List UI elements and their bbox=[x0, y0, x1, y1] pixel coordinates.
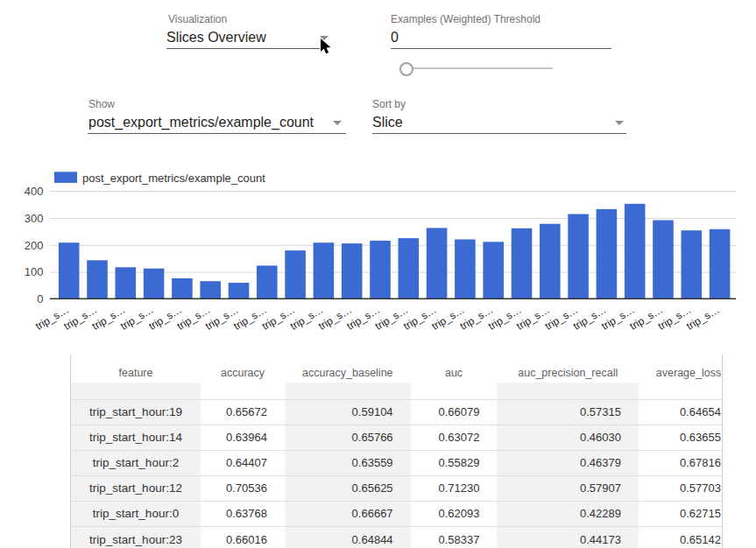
svg-text:trip_s…: trip_s… bbox=[684, 304, 722, 333]
